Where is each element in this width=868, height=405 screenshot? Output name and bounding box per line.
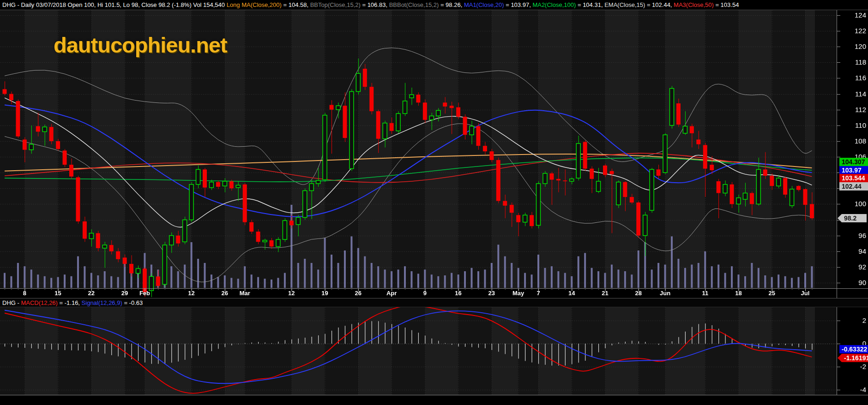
status-segment: DHG - bbox=[2, 299, 21, 306]
status-segment: = -0.63 bbox=[122, 299, 143, 306]
price-axis-label: 100 bbox=[838, 200, 866, 208]
date-label: Apr bbox=[379, 290, 404, 297]
status-segment: = 98.26, bbox=[439, 1, 464, 8]
signal-value-tag: -0.63322 bbox=[839, 345, 868, 353]
last-close-tag: 98.2 bbox=[838, 214, 867, 222]
macd-axis-label: -2 bbox=[838, 363, 866, 370]
status-segment: = 103.54 bbox=[714, 1, 739, 8]
status-segment: MA2(Close,100) bbox=[532, 1, 576, 8]
price-axis-label: 124 bbox=[838, 11, 866, 19]
status-segment: BBBot(Close,15,2) bbox=[389, 1, 439, 8]
date-label: Feb bbox=[132, 290, 157, 297]
price-axis-label: 118 bbox=[838, 58, 866, 66]
date-label: Jul bbox=[792, 290, 818, 297]
price-status-bar: DHG - Daily 03/07/2018 Open 100, Hi 101.… bbox=[0, 0, 868, 10]
macd-status-bar: DHG - MACD(12,26) = -1.16, Signal(12,26,… bbox=[0, 298, 868, 307]
macd-axis-label: 2 bbox=[838, 316, 866, 324]
date-label: 15 bbox=[45, 290, 71, 297]
status-segment: = 106.83, bbox=[361, 1, 389, 8]
watermark-text: dautucophieu.net bbox=[54, 32, 227, 58]
price-axis-label: 112 bbox=[838, 106, 866, 113]
date-label: 16 bbox=[446, 290, 471, 297]
status-segment: MA1(Close,20) bbox=[464, 1, 504, 8]
date-label: 26 bbox=[345, 290, 371, 297]
ma1-value-tag: 103.97 bbox=[839, 166, 868, 174]
date-label: 14 bbox=[559, 290, 585, 297]
status-segment: = 104.31, bbox=[576, 1, 604, 8]
price-axis-label: 96 bbox=[838, 232, 866, 239]
price-axis-label: 116 bbox=[838, 74, 866, 82]
status-segment: MA3(Close,50) bbox=[674, 1, 714, 8]
status-segment: = -1.16, bbox=[58, 299, 82, 306]
status-segment: DHG - Daily 03/07/2018 Open 100, Hi 101.… bbox=[2, 1, 227, 8]
chart-canvas[interactable] bbox=[0, 0, 868, 405]
price-axis-label: 122 bbox=[838, 27, 866, 35]
date-label: 8 bbox=[12, 290, 37, 297]
date-label: 12 bbox=[179, 290, 205, 297]
date-label: 18 bbox=[726, 290, 752, 297]
chart-window: DHG - Daily 03/07/2018 Open 100, Hi 101.… bbox=[0, 0, 868, 405]
price-axis-label: 90 bbox=[838, 279, 866, 286]
date-label: 9 bbox=[412, 290, 438, 297]
price-axis-label: 110 bbox=[838, 121, 866, 129]
date-label: 22 bbox=[78, 290, 104, 297]
status-segment: = 104.58, bbox=[282, 1, 310, 8]
price-axis-label: 120 bbox=[838, 42, 866, 50]
status-segment: Signal(12,26,9) bbox=[82, 299, 122, 306]
status-segment: MACD(12,26) bbox=[21, 299, 57, 306]
date-label: 23 bbox=[479, 290, 505, 297]
macd-axis-label: -4 bbox=[838, 386, 866, 393]
date-label: 19 bbox=[312, 290, 338, 297]
date-label: Mar bbox=[232, 290, 258, 297]
ma2-value-tag: 104.307 bbox=[839, 158, 868, 166]
date-label: 7 bbox=[525, 290, 551, 297]
status-segment: = 102.44, bbox=[645, 1, 674, 8]
date-label: Jun bbox=[652, 290, 678, 297]
date-label: 25 bbox=[759, 290, 785, 297]
date-label: 21 bbox=[592, 290, 618, 297]
date-label: 28 bbox=[626, 290, 651, 297]
price-axis-label: 108 bbox=[838, 137, 866, 145]
status-segment: Long MA(Close,200) bbox=[227, 1, 282, 8]
status-segment: EMA(Close,15) bbox=[604, 1, 645, 8]
ma3-value-tag: 103.544 bbox=[839, 174, 868, 182]
ema-value-tag: 102.44 bbox=[839, 182, 868, 191]
left-arrow-icon bbox=[838, 214, 842, 222]
date-label: 12 bbox=[278, 290, 304, 297]
macd-value-tag: -1.16191 bbox=[838, 354, 868, 362]
price-axis-label: 94 bbox=[838, 247, 866, 255]
price-axis-label: 114 bbox=[838, 90, 866, 98]
price-axis-label: 92 bbox=[838, 263, 866, 271]
status-segment: BBTop(Close,15,2) bbox=[310, 1, 361, 8]
left-arrow-icon bbox=[838, 354, 842, 362]
date-label: 11 bbox=[692, 290, 718, 297]
status-segment: = 103.97, bbox=[504, 1, 533, 8]
